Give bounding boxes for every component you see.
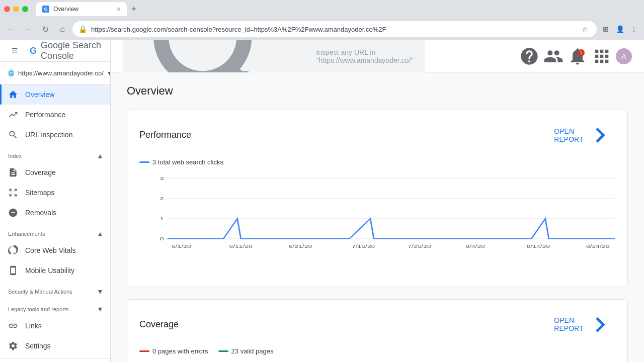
sidebar-item-settings[interactable]: Settings (0, 336, 110, 356)
coverage-card-content: 0 pages with errors 23 valid pages (127, 347, 627, 362)
index-collapse-btn[interactable]: ▴ (98, 151, 102, 160)
coverage-icon (8, 167, 18, 177)
help-btn[interactable] (519, 46, 539, 66)
maximize-window-btn[interactable] (22, 6, 28, 12)
sidebar-item-performance[interactable]: Performance (0, 105, 110, 125)
new-tab-btn[interactable]: + (127, 2, 141, 16)
main-content: Overview Performance OPEN REPORT (111, 72, 644, 362)
enhancements-section-header: Enhancements ▴ (0, 223, 110, 240)
address-bar[interactable]: 🔒 https://search.google.com/search-conso… (72, 21, 597, 37)
more-options-btn[interactable]: ⋮ (628, 23, 640, 35)
coverage-legend: 0 pages with errors 23 valid pages (139, 347, 615, 362)
settings-label: Settings (25, 342, 51, 350)
svg-text:7/25/20: 7/25/20 (408, 243, 431, 248)
tab-close-btn[interactable]: × (117, 5, 121, 13)
enhancements-collapse-btn[interactable]: ▴ (98, 229, 102, 238)
coverage-errors-legend-label: 0 pages with errors (152, 347, 208, 355)
svg-text:7/15/20: 7/15/20 (352, 243, 375, 248)
svg-text:2: 2 (159, 196, 164, 201)
mobile-usability-icon (8, 265, 18, 276)
coverage-open-report-btn[interactable]: OPEN REPORT (554, 310, 615, 340)
svg-text:1: 1 (159, 216, 164, 221)
hamburger-icon: ☰ (12, 47, 18, 55)
performance-open-report-btn[interactable]: OPEN REPORT (554, 120, 615, 150)
svg-text:6/1/20: 6/1/20 (172, 243, 191, 248)
accounts-icon (543, 46, 564, 66)
svg-text:6/21/20: 6/21/20 (289, 243, 312, 248)
security-collapse-btn[interactable]: ▾ (98, 287, 102, 296)
performance-label: Performance (25, 111, 65, 119)
property-url: https://www.amandayoder.co/ (18, 69, 104, 77)
sidebar-nav: Overview Performance URL inspection (0, 84, 110, 362)
sidebar-item-removals[interactable]: Removals (0, 203, 110, 223)
main-area: Inspect any URL in "https://www.amandayo… (111, 40, 644, 362)
svg-text:0: 0 (159, 236, 164, 241)
back-btn[interactable]: ← (4, 22, 18, 36)
removals-label: Removals (25, 209, 56, 217)
accounts-btn[interactable] (543, 46, 564, 66)
svg-text:8/4/20: 8/4/20 (465, 243, 485, 248)
sitemaps-label: Sitemaps (25, 189, 54, 197)
legacy-collapse-btn[interactable]: ▾ (98, 304, 102, 314)
coverage-valid-legend-line (218, 350, 228, 352)
refresh-btn[interactable]: ↻ (38, 22, 52, 36)
property-selector[interactable]: 🌐 https://www.amandayoder.co/ ▾ (0, 62, 110, 84)
extensions-btn[interactable]: ⊞ (600, 23, 612, 35)
apps-btn[interactable] (592, 46, 612, 66)
core-web-vitals-icon (8, 245, 18, 255)
coverage-card: Coverage OPEN REPORT 0 page (127, 299, 628, 362)
performance-card-title: Performance (139, 130, 191, 140)
content-wrapper: Overview Performance OPEN REPORT (111, 72, 644, 362)
sidebar-item-links[interactable]: Links (0, 316, 110, 336)
performance-icon (8, 110, 18, 120)
overview-label: Overview (25, 90, 54, 99)
forward-btn[interactable]: → (21, 22, 35, 36)
tab-favicon: G (42, 6, 49, 13)
app-layout: ☰ G Google Search Console 🌐 https://www.… (0, 40, 644, 362)
svg-text:8/14/20: 8/14/20 (527, 243, 550, 248)
sidebar-item-mobile-usability[interactable]: Mobile Usability (0, 260, 110, 281)
performance-chart: 3 2 1 0 6/1/20 6/11/20 (139, 174, 615, 275)
profile-icon[interactable]: 👤 (614, 23, 626, 35)
notifications-btn[interactable]: 1 (568, 46, 588, 66)
minimize-window-btn[interactable] (13, 6, 19, 12)
sidebar-item-url-inspection[interactable]: URL inspection (0, 125, 110, 145)
forward-arrow-icon: → (24, 25, 32, 34)
coverage-open-report-label: OPEN REPORT (554, 316, 583, 332)
hamburger-menu-btn[interactable]: ☰ (8, 41, 22, 61)
coverage-label: Coverage (25, 168, 56, 176)
legacy-section-label: Legacy tools and reports (8, 306, 68, 312)
sidebar-item-sitemaps[interactable]: Sitemaps (0, 183, 110, 203)
app-name: Google Search Console (41, 40, 102, 61)
app-bar: ☰ G Google Search Console (0, 40, 110, 62)
coverage-errors-legend-line (139, 350, 149, 352)
close-window-btn[interactable] (4, 6, 10, 12)
settings-icon (8, 341, 18, 351)
app-logo: G Google Search Console (30, 40, 102, 61)
links-icon (8, 321, 18, 331)
overview-icon (8, 89, 18, 100)
bookmark-icon[interactable]: ☆ (579, 23, 591, 35)
url-inspection-icon (8, 130, 18, 140)
open-report-arrow-icon (585, 120, 615, 150)
enhancements-section-label: Enhancements (8, 231, 45, 237)
sidebar-item-submit-feedback[interactable]: Submit feedback (0, 358, 110, 362)
home-btn[interactable]: ⌂ (55, 22, 69, 36)
page-title: Overview (127, 84, 628, 98)
performance-card: Performance OPEN REPORT 3 total web sear… (127, 110, 628, 287)
url-inspection-label: URL inspection (25, 131, 72, 139)
sidebar: ☰ G Google Search Console 🌐 https://www.… (0, 40, 111, 362)
coverage-errors-legend: 0 pages with errors (139, 347, 208, 355)
back-arrow-icon: ← (7, 25, 15, 34)
browser-tab[interactable]: G Overview × (36, 2, 127, 16)
help-icon (519, 46, 539, 66)
sidebar-item-coverage[interactable]: Coverage (0, 162, 110, 183)
performance-card-header: Performance OPEN REPORT (127, 110, 627, 158)
sidebar-item-core-web-vitals[interactable]: Core Web Vitals (0, 240, 110, 260)
core-web-vitals-label: Core Web Vitals (25, 246, 76, 254)
tab-title: Overview (53, 6, 78, 13)
search-placeholder: Inspect any URL in "https://www.amandayo… (316, 48, 417, 64)
sidebar-item-overview[interactable]: Overview (0, 84, 110, 105)
user-avatar[interactable]: A (616, 48, 632, 64)
links-label: Links (25, 322, 42, 330)
